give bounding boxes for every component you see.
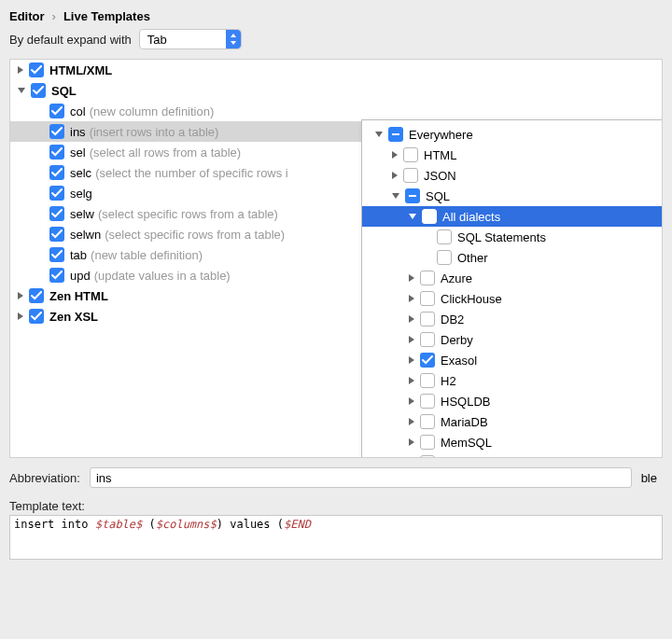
tree-item-abbr: upd (70, 269, 91, 283)
popup-row[interactable]: Azure (362, 268, 663, 288)
chevron-right-icon (392, 151, 398, 159)
tree-item-abbr: sel (70, 146, 86, 160)
popup-row[interactable]: ClickHouse (362, 288, 663, 309)
checkbox-icon[interactable] (403, 168, 418, 183)
popup-row[interactable]: MySQL (362, 452, 663, 458)
abbreviation-label: Abbreviation: (9, 471, 80, 485)
popup-row[interactable]: MariaDB (362, 411, 663, 432)
checkbox-icon[interactable] (49, 145, 64, 160)
tree-item-desc: (select specific rows from a table) (105, 228, 285, 242)
chevron-down-icon (18, 88, 25, 93)
checkbox-icon[interactable] (420, 353, 435, 368)
tree-item-abbr: selg (70, 187, 92, 201)
chevron-right-icon (409, 315, 414, 323)
popup-label: MariaDB (441, 415, 488, 429)
template-text-label: Template text: (9, 499, 663, 513)
chevron-right-icon (409, 397, 414, 405)
expand-label: By default expand with (9, 33, 132, 47)
tree-item[interactable]: col (new column definition) (10, 101, 662, 121)
chevron-updown-icon (226, 30, 241, 49)
checkbox-icon[interactable] (420, 271, 435, 285)
chevron-right-icon (409, 438, 414, 446)
popup-label: Azure (441, 271, 472, 285)
popup-row[interactable]: Derby (362, 329, 663, 350)
popup-row[interactable]: Other (362, 247, 663, 268)
checkbox-icon[interactable] (420, 455, 435, 458)
popup-row[interactable]: JSON (362, 165, 663, 186)
tree-item-abbr: tab (70, 248, 87, 262)
tree-item-desc: (new table definition) (91, 248, 203, 262)
chevron-right-icon (392, 172, 398, 179)
checkbox-icon[interactable] (403, 147, 418, 162)
checkbox-icon[interactable] (49, 165, 64, 180)
truncated-text: ble (641, 471, 663, 485)
tree-group[interactable]: SQL (10, 80, 662, 101)
checkbox-icon[interactable] (29, 63, 44, 77)
template-text-area[interactable]: insert into $table$ ($columns$) values (… (9, 515, 663, 560)
checkbox-icon[interactable] (420, 291, 435, 306)
tree-item-abbr: selw (70, 207, 94, 221)
popup-row[interactable]: HSQLDB (362, 391, 663, 411)
popup-label: HSQLDB (441, 395, 490, 409)
chevron-right-icon (409, 377, 414, 384)
checkbox-icon[interactable] (49, 247, 64, 262)
checkbox-icon[interactable] (422, 209, 437, 224)
templates-tree[interactable]: HTML/XML SQL col (new column definition)… (9, 59, 663, 458)
checkbox-icon[interactable] (49, 104, 64, 118)
expand-select[interactable]: Tab (139, 29, 242, 49)
popup-row[interactable]: Exasol (362, 350, 663, 370)
popup-row[interactable]: H2 (362, 370, 663, 391)
popup-label: Everywhere (409, 128, 473, 142)
chevron-down-icon (409, 214, 416, 219)
chevron-right-icon (18, 66, 23, 74)
popup-label: MemSQL (441, 436, 492, 450)
tree-group[interactable]: HTML/XML (10, 60, 662, 80)
tree-item-desc: (select all rows from a table) (90, 146, 242, 160)
checkbox-icon[interactable] (49, 124, 64, 139)
chevron-right-icon (409, 418, 414, 425)
popup-row-sql[interactable]: SQL (362, 186, 663, 206)
popup-row[interactable]: SQL Statements (362, 227, 663, 247)
crumb-live-templates: Live Templates (63, 9, 150, 23)
popup-label: SQL (426, 189, 450, 203)
tree-item-abbr: col (70, 104, 86, 118)
checkbox-indeterminate-icon[interactable] (388, 127, 403, 142)
tree-item-abbr: ins (70, 125, 86, 139)
checkbox-icon[interactable] (31, 83, 46, 98)
checkbox-indeterminate-icon[interactable] (405, 188, 420, 203)
popup-label: HTML (424, 148, 456, 162)
checkbox-icon[interactable] (420, 435, 435, 450)
popup-row-all-dialects[interactable]: All dialects (362, 206, 663, 227)
checkbox-icon[interactable] (49, 227, 64, 242)
checkbox-icon[interactable] (420, 394, 435, 409)
popup-label: H2 (441, 374, 456, 388)
context-popup[interactable]: Everywhere HTML JSON SQL All dialects (361, 119, 663, 458)
checkbox-icon[interactable] (420, 373, 435, 388)
checkbox-icon[interactable] (420, 312, 435, 326)
abbreviation-input[interactable] (90, 467, 632, 488)
checkbox-icon[interactable] (49, 268, 64, 283)
tree-item-desc: (new column definition) (90, 104, 215, 118)
tree-item-desc: (select specific rows from a table) (98, 207, 278, 221)
popup-row[interactable]: MemSQL (362, 432, 663, 452)
crumb-sep: › (52, 9, 56, 23)
popup-row-everywhere[interactable]: Everywhere (362, 124, 663, 145)
checkbox-icon[interactable] (29, 309, 44, 324)
popup-label: Derby (441, 333, 473, 347)
tree-group-label: Zen XSL (49, 310, 98, 324)
checkbox-icon[interactable] (437, 250, 452, 265)
popup-label: Exasol (441, 354, 477, 368)
checkbox-icon[interactable] (420, 332, 435, 347)
popup-label: SQL Statements (457, 230, 546, 244)
checkbox-icon[interactable] (437, 229, 452, 244)
popup-row[interactable]: DB2 (362, 309, 663, 329)
crumb-editor[interactable]: Editor (9, 9, 45, 23)
checkbox-icon[interactable] (29, 288, 44, 303)
popup-label: Other (457, 251, 488, 265)
checkbox-icon[interactable] (420, 414, 435, 429)
popup-row[interactable]: HTML (362, 145, 663, 165)
tree-item-desc: (select the number of specific rows i (95, 166, 288, 180)
checkbox-icon[interactable] (49, 186, 64, 201)
chevron-right-icon (409, 356, 414, 364)
checkbox-icon[interactable] (49, 206, 64, 221)
